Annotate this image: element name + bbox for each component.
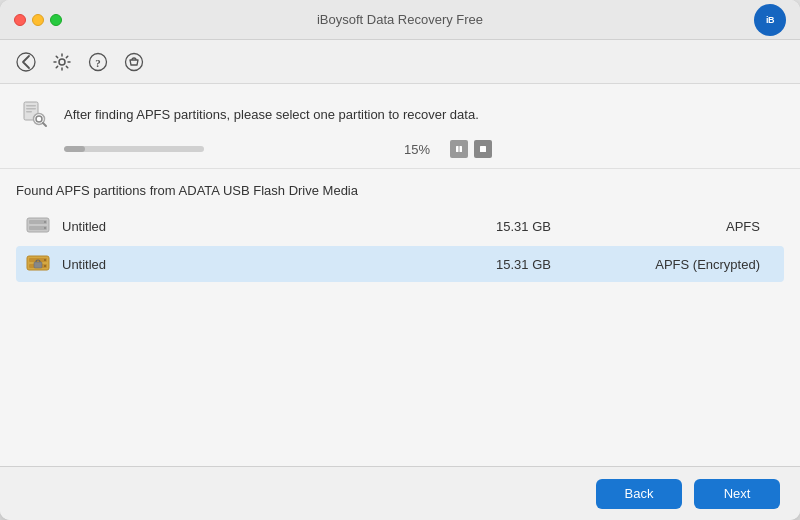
next-button[interactable]: Next [694, 479, 780, 509]
partition-name: Untitled [62, 219, 496, 234]
title-bar: iBoysoft Data Recovery Free iB [0, 0, 800, 40]
section-title: Found APFS partitions from ADATA USB Fla… [16, 183, 784, 198]
scan-icon [16, 96, 52, 132]
traffic-lights [14, 14, 62, 26]
partition-name-encrypted: Untitled [62, 257, 496, 272]
partition-row[interactable]: Untitled 15.31 GB APFS (Encrypted) [16, 246, 784, 282]
pause-button[interactable] [450, 140, 468, 158]
partition-size: 15.31 GB [496, 219, 616, 234]
svg-rect-13 [460, 146, 463, 152]
svg-rect-7 [26, 108, 36, 110]
svg-rect-14 [480, 146, 486, 152]
footer: Back Next [0, 466, 800, 520]
main-window: iBoysoft Data Recovery Free iB ? [0, 0, 800, 520]
app-logo: iB [754, 4, 786, 36]
status-area: After finding APFS partitions, please se… [0, 84, 800, 169]
main-content: Found APFS partitions from ADATA USB Fla… [0, 169, 800, 466]
svg-point-4 [126, 53, 143, 70]
svg-point-23 [44, 259, 46, 261]
svg-point-0 [17, 53, 35, 71]
close-button[interactable] [14, 14, 26, 26]
cart-icon[interactable] [122, 50, 146, 74]
progress-percent: 15% [404, 142, 440, 157]
progress-row: 15% [16, 140, 784, 158]
partition-size-encrypted: 15.31 GB [496, 257, 616, 272]
svg-text:?: ? [95, 56, 101, 68]
partition-drive-encrypted-icon [24, 252, 52, 276]
stop-button[interactable] [474, 140, 492, 158]
svg-point-24 [44, 265, 46, 267]
maximize-button[interactable] [50, 14, 62, 26]
partition-row[interactable]: Untitled 15.31 GB APFS [16, 208, 784, 244]
svg-point-18 [44, 221, 46, 223]
back-toolbar-icon[interactable] [14, 50, 38, 74]
svg-line-11 [43, 123, 46, 126]
svg-rect-6 [26, 105, 36, 107]
partition-type: APFS [616, 219, 776, 234]
window-title: iBoysoft Data Recovery Free [317, 12, 483, 27]
svg-rect-8 [26, 111, 32, 113]
toolbar: ? [0, 40, 800, 84]
progress-fill [64, 146, 85, 152]
back-button[interactable]: Back [596, 479, 682, 509]
svg-rect-12 [456, 146, 459, 152]
svg-point-1 [59, 59, 65, 65]
progress-controls [450, 140, 492, 158]
settings-icon[interactable] [50, 50, 74, 74]
minimize-button[interactable] [32, 14, 44, 26]
svg-point-19 [44, 227, 46, 229]
partition-type-encrypted: APFS (Encrypted) [616, 257, 776, 272]
partition-drive-icon [24, 214, 52, 238]
progress-bar [64, 146, 204, 152]
help-icon[interactable]: ? [86, 50, 110, 74]
status-message: After finding APFS partitions, please se… [64, 107, 479, 122]
svg-rect-25 [34, 262, 42, 268]
